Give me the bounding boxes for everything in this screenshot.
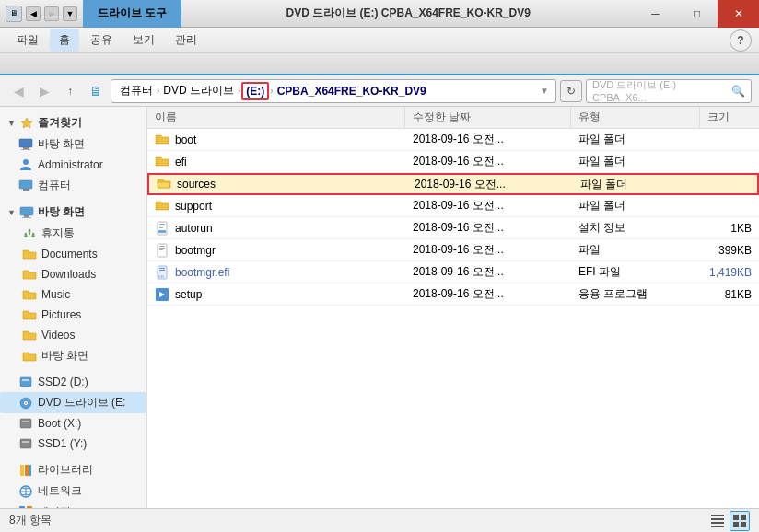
sidebar-item-controlpanel[interactable]: 제어판 (0, 502, 146, 508)
file-row-bootmgr-efi[interactable]: EFI bootmgr.efi 2018-09-16 오전... EFI 파일 … (147, 261, 759, 283)
file-row-bootmgr[interactable]: bootmgr 2018-09-16 오전... 파일 399KB (147, 239, 759, 261)
refresh-button[interactable]: ↻ (560, 80, 582, 102)
details-view-button[interactable] (707, 511, 728, 531)
col-header-date[interactable]: 수정한 날짜 (405, 107, 571, 129)
menu-manage[interactable]: 관리 (166, 29, 206, 52)
sidebar-computer-section-icon: 바탕 화면 (19, 204, 85, 220)
sidebar-item-boot[interactable]: Boot (X:) (0, 413, 146, 434)
svg-rect-36 (159, 246, 165, 247)
window-icon: 🖥 (6, 6, 22, 22)
sidebar-item-videos[interactable]: Videos (0, 325, 146, 345)
sidebar-dvd-label: DVD 드라이브 (E: (38, 395, 125, 411)
address-bar: ◀ ▶ ↑ 🖥 컴퓨터 › DVD 드라이브 › (E:) › CPBA_X64… (0, 75, 759, 107)
sidebar-item-downloads[interactable]: Downloads (0, 264, 146, 284)
sidebar-item-dvd[interactable]: DVD 드라이브 (E: (0, 392, 146, 413)
file-size-bootmgr: 399KB (700, 244, 759, 257)
sidebar-item-network[interactable]: 네트워크 (0, 480, 146, 502)
tool-area-label: 드라이브 도구 (83, 0, 181, 28)
title-bar-controls: ─ □ ✕ (635, 0, 759, 28)
close-button[interactable]: ✕ (718, 0, 759, 28)
sidebar-item-desktop2[interactable]: 바탕 화면 (0, 345, 146, 366)
file-name-bootmgr-efi: EFI bootmgr.efi (147, 265, 405, 280)
search-icon[interactable]: 🔍 (731, 85, 745, 98)
desktop-icon (18, 137, 33, 152)
path-computer[interactable]: 컴퓨터 (117, 82, 156, 99)
sidebar-desktop2-label: 바탕 화면 (41, 348, 88, 364)
network-icon (18, 484, 33, 499)
window-menu-btn[interactable]: ▼ (63, 6, 77, 21)
file-row-sources[interactable]: sources 2018-09-16 오전... 파일 폴더 (147, 173, 759, 195)
col-header-size[interactable]: 크기 (700, 107, 759, 129)
forward-button[interactable]: ▶ (33, 80, 55, 102)
search-box[interactable]: DVD 드라이브 (E:) CPBA_X6... 🔍 (586, 79, 752, 103)
path-dvd-drive[interactable]: DVD 드라이브 (160, 82, 237, 99)
file-size-setup: 81KB (700, 288, 759, 301)
file-date-bootmgr: 2018-09-16 오전... (405, 242, 571, 258)
sidebar-item-ssd1[interactable]: SSD1 (Y:) (0, 434, 146, 454)
window-fwd-btn[interactable]: ▶ (44, 6, 59, 21)
file-date-setup: 2018-09-16 오전... (405, 286, 571, 302)
file-name-efi: efi (147, 155, 405, 169)
path-volume-name[interactable]: CPBA_X64FRE_KO-KR_DV9 (274, 84, 429, 98)
menu-file[interactable]: 파일 (7, 29, 48, 52)
sidebar-favorites-header[interactable]: ▼ 즐겨찾기 (0, 112, 146, 133)
col-header-type[interactable]: 유형 (571, 107, 700, 129)
svg-marker-0 (21, 118, 32, 128)
path-sep-2: › (238, 86, 240, 96)
file-row-boot[interactable]: boot 2018-09-16 오전... 파일 폴더 (147, 129, 759, 151)
sidebar-item-computer[interactable]: 컴퓨터 (0, 175, 146, 196)
sidebar-item-documents[interactable]: Documents (0, 244, 146, 264)
svg-rect-20 (20, 465, 24, 476)
menu-view[interactable]: 보기 (123, 29, 164, 52)
controlpanel-icon (18, 505, 33, 509)
file-row-autorun[interactable]: autorun 2018-09-16 오전... 설치 정보 1KB (147, 217, 759, 239)
menu-home[interactable]: 홈 (50, 29, 79, 52)
file-row-support[interactable]: support 2018-09-16 오전... 파일 폴더 (147, 195, 759, 217)
main-area: ▼ 즐겨찾기 바탕 화면 Administrator 컴퓨터 ▼ (0, 107, 759, 508)
path-dropdown-icon[interactable]: ▼ (540, 86, 549, 96)
menu-bar: 파일 홈 공유 보기 관리 ? (0, 28, 759, 53)
star-icon (19, 116, 34, 131)
file-list: 이름 수정한 날짜 유형 크기 boot 2018-09-16 오전... 파일… (147, 107, 759, 508)
file-size-bootmgr-efi: 1,419KB (700, 266, 759, 279)
sidebar-item-ssd2[interactable]: SSD2 (D:) (0, 372, 146, 392)
sidebar-item-music[interactable]: Music (0, 284, 146, 305)
window-back-btn[interactable]: ◀ (26, 6, 41, 21)
path-drive-letter[interactable]: (E:) (241, 82, 269, 100)
library-icon (18, 463, 33, 478)
maximize-button[interactable]: □ (676, 0, 718, 28)
file-date-boot: 2018-09-16 오전... (405, 132, 571, 147)
col-header-name[interactable]: 이름 (147, 107, 405, 129)
file-size-autorun: 1KB (700, 222, 759, 235)
up-button[interactable]: ↑ (59, 80, 81, 102)
svg-rect-6 (23, 189, 29, 191)
sidebar-computer-section[interactable]: ▼ 바탕 화면 (0, 202, 146, 223)
svg-rect-22 (29, 465, 31, 476)
file-row-setup[interactable]: setup 2018-09-16 오전... 응용 프로그램 81KB (147, 283, 759, 306)
sidebar-recycle-label: 휴지통 (41, 226, 75, 241)
sidebar-admin-label: Administrator (38, 158, 103, 171)
address-path[interactable]: 컴퓨터 › DVD 드라이브 › (E:) › CPBA_X64FRE_KO-K… (111, 79, 556, 103)
svg-rect-1 (19, 139, 32, 147)
sidebar-music-label: Music (41, 288, 70, 301)
file-name-boot: boot (147, 133, 405, 147)
file-icon-bootmgr-efi: EFI (155, 265, 169, 280)
recycle-icon (22, 226, 37, 241)
sidebar-item-recycle[interactable]: 휴지통 (0, 223, 146, 244)
help-button[interactable]: ? (730, 29, 752, 52)
file-row-efi[interactable]: efi 2018-09-16 오전... 파일 폴더 (147, 151, 759, 173)
sidebar-computer-label: 컴퓨터 (38, 178, 71, 193)
sidebar-network-label: 네트워크 (38, 483, 82, 499)
svg-rect-41 (159, 270, 165, 271)
tiles-view-button[interactable] (730, 511, 750, 531)
sidebar-item-administrator[interactable]: Administrator (0, 155, 146, 175)
sidebar-item-pictures[interactable]: Pictures (0, 305, 146, 325)
sidebar-item-library[interactable]: 라이브러리 (0, 459, 146, 480)
svg-rect-48 (711, 522, 724, 524)
back-button[interactable]: ◀ (7, 80, 29, 102)
pictures-folder-icon (22, 307, 37, 322)
file-type-autorun: 설치 정보 (571, 220, 700, 236)
minimize-button[interactable]: ─ (635, 0, 676, 28)
menu-share[interactable]: 공유 (81, 29, 122, 52)
sidebar-item-desktop[interactable]: 바탕 화면 (0, 133, 146, 155)
